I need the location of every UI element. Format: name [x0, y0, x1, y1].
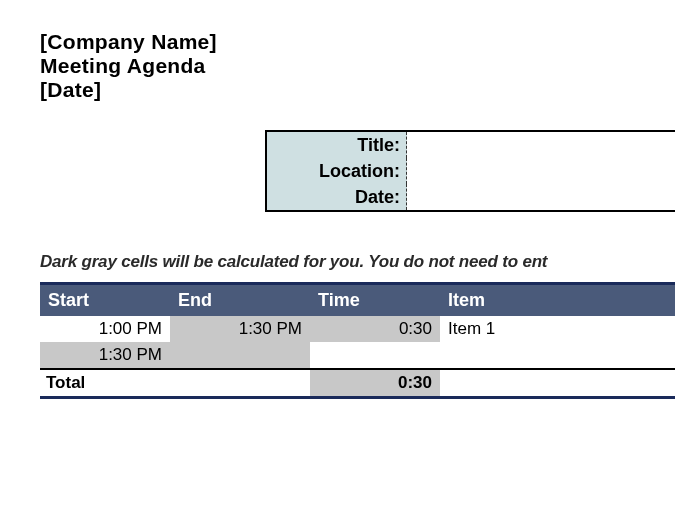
- agenda-total-row: Total 0:30: [40, 369, 675, 398]
- meeting-info-box: Title: Location: Date:: [265, 130, 675, 212]
- info-row-location: Location:: [267, 158, 675, 184]
- cell-start[interactable]: 1:00 PM: [40, 316, 170, 342]
- col-header-item: Item: [440, 284, 675, 316]
- cell-item[interactable]: [440, 342, 675, 369]
- agenda-row: 1:30 PM: [40, 342, 675, 369]
- col-header-start: Start: [40, 284, 170, 316]
- agenda-table: Start End Time Item 1:00 PM 1:30 PM 0:30…: [40, 282, 675, 399]
- date-value[interactable]: [407, 184, 675, 210]
- total-label: Total: [40, 369, 170, 398]
- cell-time: 0:30: [310, 316, 440, 342]
- cell-start: 1:30 PM: [40, 342, 170, 369]
- agenda-row: 1:00 PM 1:30 PM 0:30 Item 1: [40, 316, 675, 342]
- col-header-time: Time: [310, 284, 440, 316]
- info-row-date: Date:: [267, 184, 675, 210]
- info-row-title: Title:: [267, 132, 675, 158]
- document-date[interactable]: [Date]: [40, 78, 675, 102]
- cell-time: [310, 342, 440, 369]
- total-end-blank: [170, 369, 310, 398]
- total-item-blank: [440, 369, 675, 398]
- location-value[interactable]: [407, 158, 675, 184]
- cell-item[interactable]: Item 1: [440, 316, 675, 342]
- title-value[interactable]: [407, 132, 675, 158]
- cell-end: 1:30 PM: [170, 316, 310, 342]
- company-name[interactable]: [Company Name]: [40, 30, 675, 54]
- total-time: 0:30: [310, 369, 440, 398]
- agenda-header-row: Start End Time Item: [40, 284, 675, 316]
- document-title: Meeting Agenda: [40, 54, 675, 78]
- title-label: Title:: [267, 132, 407, 158]
- date-label: Date:: [267, 184, 407, 210]
- instruction-note: Dark gray cells will be calculated for y…: [40, 252, 675, 272]
- col-header-end: End: [170, 284, 310, 316]
- location-label: Location:: [267, 158, 407, 184]
- document-header: [Company Name] Meeting Agenda [Date]: [40, 30, 675, 102]
- cell-end: [170, 342, 310, 369]
